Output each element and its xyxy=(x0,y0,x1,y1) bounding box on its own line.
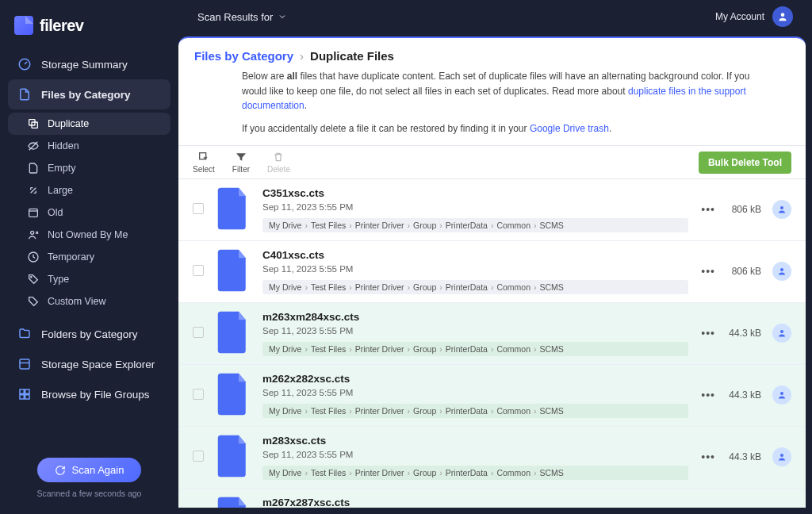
nav-storage-summary[interactable]: Storage Summary xyxy=(8,49,170,79)
path-segment[interactable]: My Drive xyxy=(269,344,301,354)
owner-avatar[interactable] xyxy=(772,200,791,219)
path-segment[interactable]: My Drive xyxy=(269,406,301,416)
path-segment[interactable]: Test Files xyxy=(311,344,346,354)
row-checkbox[interactable] xyxy=(193,203,204,214)
path-segment[interactable]: PrinterData xyxy=(446,406,488,416)
tool-label: Filter xyxy=(232,165,250,174)
nav-browse-by-file-groups[interactable]: Browse by File Groups xyxy=(8,379,170,409)
sub-label: Old xyxy=(48,207,63,218)
row-checkbox[interactable] xyxy=(193,327,204,338)
path-segment[interactable]: My Drive xyxy=(269,468,301,478)
path-segment[interactable]: Test Files xyxy=(311,468,346,478)
path-segment[interactable]: PrinterData xyxy=(446,344,488,354)
scan-again-button[interactable]: Scan Again xyxy=(37,458,142,482)
path-segment[interactable]: PrinterData xyxy=(446,282,488,292)
more-icon[interactable]: ••• xyxy=(701,327,715,339)
file-row: m267x287xsc.ctsSep 11, 2023 5:55 PMMy Dr… xyxy=(178,489,806,508)
path-segment[interactable]: Group xyxy=(413,344,436,354)
path-segment[interactable]: Common xyxy=(496,221,530,230)
sub-large[interactable]: Large xyxy=(8,179,170,201)
more-icon[interactable]: ••• xyxy=(701,389,715,401)
scan-results-dropdown[interactable]: Scan Results for xyxy=(197,11,287,23)
file-type-icon xyxy=(216,249,250,292)
path-segment[interactable]: SCMS xyxy=(540,406,564,416)
path-segment[interactable]: PrinterData xyxy=(446,221,488,230)
more-icon[interactable]: ••• xyxy=(701,451,715,463)
chevron-right-icon: › xyxy=(349,344,352,354)
account-menu[interactable]: My Account xyxy=(715,6,793,27)
file-name[interactable]: m283xsc.cts xyxy=(262,435,688,447)
account-label: My Account xyxy=(715,11,764,22)
path-segment[interactable]: Group xyxy=(413,468,436,478)
select-tool[interactable]: Select xyxy=(193,151,215,174)
svg-point-20 xyxy=(780,268,783,271)
breadcrumb-parent[interactable]: Files by Category xyxy=(194,49,293,63)
path-segment[interactable]: Group xyxy=(413,282,436,292)
sub-type[interactable]: Type xyxy=(8,268,170,290)
filter-tool[interactable]: Filter xyxy=(232,151,250,174)
path-segment[interactable]: Test Files xyxy=(311,406,346,416)
path-segment[interactable]: SCMS xyxy=(540,221,564,230)
path-segment[interactable]: Group xyxy=(413,406,436,416)
sub-old[interactable]: Old xyxy=(8,201,170,224)
more-icon[interactable]: ••• xyxy=(701,265,715,278)
svg-rect-11 xyxy=(20,359,29,369)
owner-avatar[interactable] xyxy=(772,324,791,343)
owner-avatar[interactable] xyxy=(772,262,791,281)
path-segment[interactable]: SCMS xyxy=(540,468,564,478)
sub-duplicate[interactable]: Duplicate xyxy=(8,113,170,135)
path-segment[interactable]: Printer Driver xyxy=(355,344,404,354)
file-name[interactable]: m262x282xsc.cts xyxy=(262,373,688,385)
nav-files-by-category[interactable]: Files by Category xyxy=(8,79,170,109)
path-segment[interactable]: My Drive xyxy=(269,221,301,230)
chevron-right-icon: › xyxy=(439,344,442,354)
sub-temporary[interactable]: Temporary xyxy=(8,246,170,268)
bulk-delete-button[interactable]: Bulk Delete Tool xyxy=(699,152,791,174)
chevron-right-icon: › xyxy=(408,406,411,416)
chevron-right-icon: › xyxy=(349,406,352,416)
trash-link[interactable]: Google Drive trash xyxy=(530,123,609,134)
nav-folders-by-category[interactable]: Folders by Category xyxy=(8,319,170,349)
file-name[interactable]: C401xsc.cts xyxy=(262,249,688,261)
sub-hidden[interactable]: Hidden xyxy=(8,135,170,157)
path-segment[interactable]: Test Files xyxy=(311,221,346,230)
row-checkbox[interactable] xyxy=(193,389,204,400)
nav-label: Storage Summary xyxy=(41,59,128,71)
owner-avatar[interactable] xyxy=(772,447,791,466)
path-segment[interactable]: Printer Driver xyxy=(355,221,404,230)
path-segment[interactable]: SCMS xyxy=(540,344,564,354)
file-name[interactable]: m263xm284xsc.cts xyxy=(262,311,688,323)
file-name[interactable]: m267x287xsc.cts xyxy=(262,497,688,508)
path-segment[interactable]: Printer Driver xyxy=(355,406,404,416)
file-icon xyxy=(17,87,32,102)
svg-point-19 xyxy=(780,206,783,209)
row-checkbox[interactable] xyxy=(193,265,204,276)
file-list: C351xsc.ctsSep 11, 2023 5:55 PMMy Drive›… xyxy=(178,179,806,508)
path-segment[interactable]: Common xyxy=(496,468,530,478)
svg-point-17 xyxy=(781,13,785,17)
path-segment[interactable]: Test Files xyxy=(311,282,346,292)
sub-not-owned[interactable]: Not Owned By Me xyxy=(8,224,170,246)
nav-label: Folders by Category xyxy=(41,328,138,340)
brand-name: filerev xyxy=(40,17,83,35)
path-segment[interactable]: Printer Driver xyxy=(355,282,404,292)
logo[interactable]: filerev xyxy=(8,10,170,49)
sub-empty[interactable]: Empty xyxy=(8,157,170,179)
file-name[interactable]: C351xsc.cts xyxy=(262,187,688,199)
row-checkbox[interactable] xyxy=(193,451,204,462)
path-segment[interactable]: Printer Driver xyxy=(355,468,404,478)
chevron-right-icon: › xyxy=(304,282,308,292)
more-icon[interactable]: ••• xyxy=(701,203,715,216)
sub-custom-view[interactable]: Custom View xyxy=(8,290,170,313)
owner-avatar[interactable] xyxy=(772,386,791,405)
path-segment[interactable]: Common xyxy=(496,406,530,416)
path-segment[interactable]: Common xyxy=(496,344,530,354)
nav-storage-space-explorer[interactable]: Storage Space Explorer xyxy=(8,349,170,379)
nav-label: Browse by File Groups xyxy=(41,389,150,401)
path-segment[interactable]: Group xyxy=(413,221,436,230)
file-type-icon xyxy=(216,435,250,478)
path-segment[interactable]: Common xyxy=(496,282,530,292)
path-segment[interactable]: My Drive xyxy=(269,282,301,292)
path-segment[interactable]: PrinterData xyxy=(446,468,488,478)
path-segment[interactable]: SCMS xyxy=(540,282,564,292)
